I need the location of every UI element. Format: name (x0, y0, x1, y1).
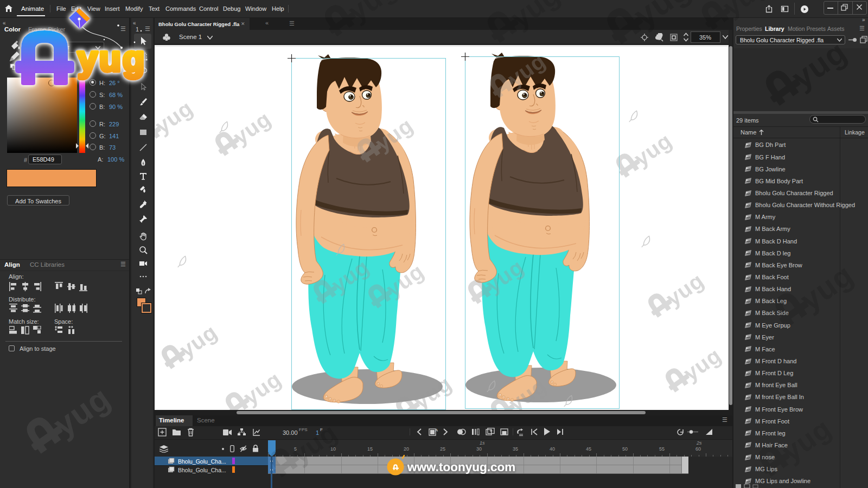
svg-text:A: A (435, 428, 438, 433)
